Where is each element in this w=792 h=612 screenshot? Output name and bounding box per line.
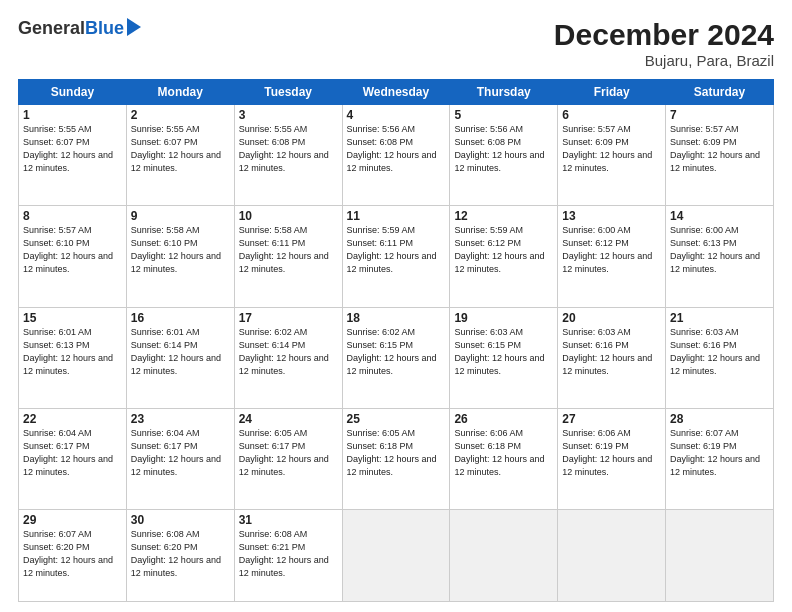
day-info: Sunrise: 6:08 AMSunset: 6:21 PMDaylight:… bbox=[239, 529, 329, 578]
calendar-week-row: 1Sunrise: 5:55 AMSunset: 6:07 PMDaylight… bbox=[19, 105, 774, 206]
page: General Blue December 2024 Bujaru, Para,… bbox=[0, 0, 792, 612]
day-info: Sunrise: 5:58 AMSunset: 6:11 PMDaylight:… bbox=[239, 225, 329, 274]
calendar-table: Sunday Monday Tuesday Wednesday Thursday… bbox=[18, 79, 774, 602]
calendar-day-cell bbox=[558, 510, 666, 602]
day-info: Sunrise: 5:57 AMSunset: 6:10 PMDaylight:… bbox=[23, 225, 113, 274]
day-number: 11 bbox=[347, 209, 446, 223]
logo-arrow-icon bbox=[127, 18, 141, 36]
day-number: 19 bbox=[454, 311, 553, 325]
calendar-day-cell: 29Sunrise: 6:07 AMSunset: 6:20 PMDayligh… bbox=[19, 510, 127, 602]
day-number: 14 bbox=[670, 209, 769, 223]
day-number: 21 bbox=[670, 311, 769, 325]
day-number: 15 bbox=[23, 311, 122, 325]
calendar-day-cell: 8Sunrise: 5:57 AMSunset: 6:10 PMDaylight… bbox=[19, 206, 127, 307]
day-number: 6 bbox=[562, 108, 661, 122]
calendar-day-cell: 5Sunrise: 5:56 AMSunset: 6:08 PMDaylight… bbox=[450, 105, 558, 206]
calendar-day-cell: 15Sunrise: 6:01 AMSunset: 6:13 PMDayligh… bbox=[19, 307, 127, 408]
calendar-week-row: 8Sunrise: 5:57 AMSunset: 6:10 PMDaylight… bbox=[19, 206, 774, 307]
day-info: Sunrise: 5:59 AMSunset: 6:12 PMDaylight:… bbox=[454, 225, 544, 274]
day-info: Sunrise: 6:07 AMSunset: 6:19 PMDaylight:… bbox=[670, 428, 760, 477]
calendar-week-row: 29Sunrise: 6:07 AMSunset: 6:20 PMDayligh… bbox=[19, 510, 774, 602]
calendar-day-cell: 16Sunrise: 6:01 AMSunset: 6:14 PMDayligh… bbox=[126, 307, 234, 408]
day-info: Sunrise: 6:01 AMSunset: 6:14 PMDaylight:… bbox=[131, 327, 221, 376]
day-number: 28 bbox=[670, 412, 769, 426]
header-sunday: Sunday bbox=[19, 80, 127, 105]
day-info: Sunrise: 6:03 AMSunset: 6:16 PMDaylight:… bbox=[562, 327, 652, 376]
day-info: Sunrise: 5:57 AMSunset: 6:09 PMDaylight:… bbox=[670, 124, 760, 173]
calendar-day-cell: 3Sunrise: 5:55 AMSunset: 6:08 PMDaylight… bbox=[234, 105, 342, 206]
calendar-day-cell: 4Sunrise: 5:56 AMSunset: 6:08 PMDaylight… bbox=[342, 105, 450, 206]
header-saturday: Saturday bbox=[666, 80, 774, 105]
calendar-day-cell: 11Sunrise: 5:59 AMSunset: 6:11 PMDayligh… bbox=[342, 206, 450, 307]
day-number: 27 bbox=[562, 412, 661, 426]
calendar-day-cell: 19Sunrise: 6:03 AMSunset: 6:15 PMDayligh… bbox=[450, 307, 558, 408]
day-info: Sunrise: 5:56 AMSunset: 6:08 PMDaylight:… bbox=[347, 124, 437, 173]
day-info: Sunrise: 6:03 AMSunset: 6:15 PMDaylight:… bbox=[454, 327, 544, 376]
day-info: Sunrise: 6:01 AMSunset: 6:13 PMDaylight:… bbox=[23, 327, 113, 376]
day-info: Sunrise: 6:06 AMSunset: 6:19 PMDaylight:… bbox=[562, 428, 652, 477]
day-info: Sunrise: 5:55 AMSunset: 6:07 PMDaylight:… bbox=[23, 124, 113, 173]
calendar-day-cell bbox=[666, 510, 774, 602]
day-number: 1 bbox=[23, 108, 122, 122]
header-wednesday: Wednesday bbox=[342, 80, 450, 105]
calendar-week-row: 22Sunrise: 6:04 AMSunset: 6:17 PMDayligh… bbox=[19, 408, 774, 509]
calendar-day-cell: 26Sunrise: 6:06 AMSunset: 6:18 PMDayligh… bbox=[450, 408, 558, 509]
day-info: Sunrise: 6:02 AMSunset: 6:15 PMDaylight:… bbox=[347, 327, 437, 376]
calendar-day-cell: 27Sunrise: 6:06 AMSunset: 6:19 PMDayligh… bbox=[558, 408, 666, 509]
calendar-day-cell: 24Sunrise: 6:05 AMSunset: 6:17 PMDayligh… bbox=[234, 408, 342, 509]
calendar-day-cell: 13Sunrise: 6:00 AMSunset: 6:12 PMDayligh… bbox=[558, 206, 666, 307]
calendar-day-cell: 9Sunrise: 5:58 AMSunset: 6:10 PMDaylight… bbox=[126, 206, 234, 307]
header-monday: Monday bbox=[126, 80, 234, 105]
day-number: 8 bbox=[23, 209, 122, 223]
day-info: Sunrise: 6:00 AMSunset: 6:13 PMDaylight:… bbox=[670, 225, 760, 274]
calendar-day-cell: 30Sunrise: 6:08 AMSunset: 6:20 PMDayligh… bbox=[126, 510, 234, 602]
day-info: Sunrise: 6:06 AMSunset: 6:18 PMDaylight:… bbox=[454, 428, 544, 477]
day-number: 20 bbox=[562, 311, 661, 325]
main-title: December 2024 bbox=[554, 18, 774, 52]
day-info: Sunrise: 6:08 AMSunset: 6:20 PMDaylight:… bbox=[131, 529, 221, 578]
calendar-day-cell: 2Sunrise: 5:55 AMSunset: 6:07 PMDaylight… bbox=[126, 105, 234, 206]
calendar-day-cell: 25Sunrise: 6:05 AMSunset: 6:18 PMDayligh… bbox=[342, 408, 450, 509]
calendar-day-cell: 14Sunrise: 6:00 AMSunset: 6:13 PMDayligh… bbox=[666, 206, 774, 307]
day-number: 25 bbox=[347, 412, 446, 426]
day-number: 2 bbox=[131, 108, 230, 122]
calendar-week-row: 15Sunrise: 6:01 AMSunset: 6:13 PMDayligh… bbox=[19, 307, 774, 408]
subtitle: Bujaru, Para, Brazil bbox=[554, 52, 774, 69]
day-info: Sunrise: 6:05 AMSunset: 6:18 PMDaylight:… bbox=[347, 428, 437, 477]
logo-blue-text: Blue bbox=[85, 18, 124, 39]
calendar-day-cell: 22Sunrise: 6:04 AMSunset: 6:17 PMDayligh… bbox=[19, 408, 127, 509]
logo: General Blue bbox=[18, 18, 141, 39]
day-number: 24 bbox=[239, 412, 338, 426]
day-info: Sunrise: 6:02 AMSunset: 6:14 PMDaylight:… bbox=[239, 327, 329, 376]
calendar-day-cell: 28Sunrise: 6:07 AMSunset: 6:19 PMDayligh… bbox=[666, 408, 774, 509]
day-number: 17 bbox=[239, 311, 338, 325]
day-number: 26 bbox=[454, 412, 553, 426]
day-info: Sunrise: 5:58 AMSunset: 6:10 PMDaylight:… bbox=[131, 225, 221, 274]
day-number: 9 bbox=[131, 209, 230, 223]
day-number: 23 bbox=[131, 412, 230, 426]
day-info: Sunrise: 5:59 AMSunset: 6:11 PMDaylight:… bbox=[347, 225, 437, 274]
day-info: Sunrise: 6:03 AMSunset: 6:16 PMDaylight:… bbox=[670, 327, 760, 376]
calendar-day-cell bbox=[342, 510, 450, 602]
day-info: Sunrise: 6:07 AMSunset: 6:20 PMDaylight:… bbox=[23, 529, 113, 578]
day-info: Sunrise: 6:04 AMSunset: 6:17 PMDaylight:… bbox=[23, 428, 113, 477]
calendar-day-cell: 20Sunrise: 6:03 AMSunset: 6:16 PMDayligh… bbox=[558, 307, 666, 408]
day-number: 22 bbox=[23, 412, 122, 426]
day-info: Sunrise: 5:55 AMSunset: 6:07 PMDaylight:… bbox=[131, 124, 221, 173]
calendar-day-cell: 7Sunrise: 5:57 AMSunset: 6:09 PMDaylight… bbox=[666, 105, 774, 206]
day-header-row: Sunday Monday Tuesday Wednesday Thursday… bbox=[19, 80, 774, 105]
day-number: 18 bbox=[347, 311, 446, 325]
calendar-day-cell: 21Sunrise: 6:03 AMSunset: 6:16 PMDayligh… bbox=[666, 307, 774, 408]
header: General Blue December 2024 Bujaru, Para,… bbox=[18, 18, 774, 69]
header-thursday: Thursday bbox=[450, 80, 558, 105]
day-info: Sunrise: 6:00 AMSunset: 6:12 PMDaylight:… bbox=[562, 225, 652, 274]
title-block: December 2024 Bujaru, Para, Brazil bbox=[554, 18, 774, 69]
logo-general-text: General bbox=[18, 18, 85, 39]
day-number: 16 bbox=[131, 311, 230, 325]
header-tuesday: Tuesday bbox=[234, 80, 342, 105]
day-number: 31 bbox=[239, 513, 338, 527]
day-number: 12 bbox=[454, 209, 553, 223]
day-info: Sunrise: 5:57 AMSunset: 6:09 PMDaylight:… bbox=[562, 124, 652, 173]
day-number: 30 bbox=[131, 513, 230, 527]
calendar-day-cell: 10Sunrise: 5:58 AMSunset: 6:11 PMDayligh… bbox=[234, 206, 342, 307]
